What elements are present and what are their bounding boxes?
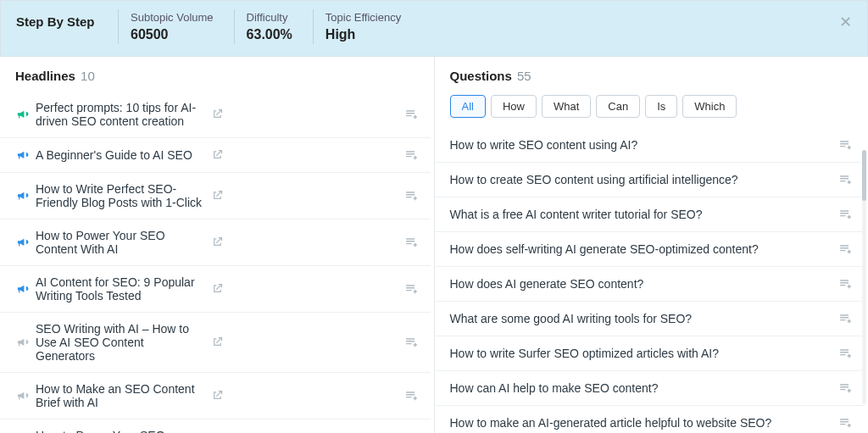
filter-can[interactable]: Can (596, 95, 640, 118)
external-link-icon[interactable] (211, 236, 224, 249)
headline-text: A Beginner's Guide to AI SEO (36, 148, 203, 162)
scrollbar-thumb[interactable] (862, 150, 866, 201)
question-text: How to make an AI-generated article help… (450, 416, 832, 430)
topic-title: Step By Step (16, 9, 118, 29)
headlines-list: Perfect prompts: 10 tips for AI-driven S… (0, 92, 434, 433)
question-text: How to write Surfer SEO optimized articl… (450, 347, 832, 360)
headline-row[interactable]: How to Write Perfect SEO-Friendly Blog P… (0, 173, 431, 219)
headline-text: SEO Writing with AI – How to Use AI SEO … (36, 322, 203, 363)
megaphone-icon (15, 108, 29, 121)
add-to-list-icon[interactable] (838, 137, 853, 153)
add-to-list-icon[interactable] (404, 235, 419, 250)
external-link-icon[interactable] (211, 282, 224, 296)
headline-row[interactable]: SEO Writing with AI – How to Use AI SEO … (0, 313, 431, 373)
megaphone-icon (15, 336, 29, 349)
megaphone-icon (15, 282, 29, 296)
stat-difficulty-label: Difficulty (247, 11, 292, 24)
headline-row[interactable]: How to Power Your SEO Content With AI (0, 219, 431, 266)
question-row[interactable]: What are some good AI writing tools for … (435, 302, 865, 336)
stat-efficiency: Topic Efficiency High (313, 9, 421, 44)
add-to-list-icon[interactable] (838, 172, 853, 187)
add-to-list-icon[interactable] (838, 380, 853, 396)
add-to-list-icon[interactable] (404, 188, 419, 203)
megaphone-icon (15, 389, 29, 402)
filter-is[interactable]: Is (645, 95, 677, 118)
add-to-list-icon[interactable] (838, 415, 853, 430)
add-to-list-icon[interactable] (404, 147, 419, 163)
filter-how[interactable]: How (491, 95, 537, 118)
headline-row[interactable]: Perfect prompts: 10 tips for AI-driven S… (0, 92, 431, 138)
add-to-list-icon[interactable] (838, 311, 853, 326)
topic-header: Step By Step Subtopic Volume 60500 Diffi… (0, 0, 868, 57)
add-to-list-icon[interactable] (404, 281, 419, 297)
question-row[interactable]: How does AI generate SEO content? (435, 267, 865, 302)
question-row[interactable]: How to write Surfer SEO optimized articl… (435, 336, 865, 371)
add-to-list-icon[interactable] (404, 335, 419, 350)
questions-title: Questions (450, 69, 512, 83)
headlines-header: Headlines 10 (0, 57, 434, 92)
scrollbar-track[interactable] (862, 150, 866, 404)
filter-what[interactable]: What (542, 95, 591, 118)
question-text: How to create SEO content using artifici… (450, 173, 832, 186)
external-link-icon[interactable] (211, 148, 224, 162)
stat-volume-value: 60500 (131, 27, 169, 42)
stat-volume: Subtopic Volume 60500 (118, 9, 234, 44)
add-to-list-icon[interactable] (838, 207, 853, 222)
filter-all[interactable]: All (450, 95, 486, 118)
headline-text: How to Power Your SEO Content With AI (36, 229, 203, 256)
headline-row[interactable]: AI Content for SEO: 9 Popular Writing To… (0, 266, 431, 313)
headlines-count: 10 (81, 69, 95, 83)
stat-difficulty: Difficulty 63.00% (234, 9, 313, 44)
question-text: What are some good AI writing tools for … (450, 312, 832, 325)
questions-count: 55 (517, 69, 531, 83)
question-row[interactable]: How does self-writing AI generate SEO-op… (435, 232, 865, 267)
stat-difficulty-value: 63.00% (247, 27, 292, 42)
headline-text: How to Power Your SEO Content With AI in… (36, 429, 203, 433)
add-to-list-icon[interactable] (838, 276, 853, 291)
external-link-icon[interactable] (211, 108, 224, 121)
external-link-icon[interactable] (211, 389, 224, 402)
questions-header: Questions 55 (435, 57, 869, 92)
question-row[interactable]: What is a free AI content writer tutoria… (435, 197, 865, 232)
external-link-icon[interactable] (211, 336, 224, 349)
add-to-list-icon[interactable] (838, 241, 853, 257)
headline-row[interactable]: How to Make an SEO Content Brief with AI (0, 373, 431, 419)
headline-row[interactable]: How to Power Your SEO Content With AI in… (0, 419, 431, 433)
external-link-icon[interactable] (211, 189, 224, 203)
filter-which[interactable]: Which (682, 95, 737, 118)
question-row[interactable]: How can AI help to make SEO content? (435, 371, 865, 406)
stat-efficiency-label: Topic Efficiency (326, 11, 401, 24)
megaphone-icon (15, 148, 29, 162)
headline-text: How to Make an SEO Content Brief with AI (36, 382, 203, 409)
megaphone-icon (15, 189, 29, 203)
stat-efficiency-value: High (326, 27, 356, 42)
add-to-list-icon[interactable] (404, 107, 419, 122)
question-filters: AllHowWhatCanIsWhich (435, 92, 869, 128)
headline-text: Perfect prompts: 10 tips for AI-driven S… (36, 101, 203, 128)
question-text: How does self-writing AI generate SEO-op… (450, 242, 832, 256)
question-text: How can AI help to make SEO content? (450, 381, 832, 395)
question-text: How to write SEO content using AI? (450, 138, 832, 152)
questions-column: Questions 55 AllHowWhatCanIsWhich How to… (435, 57, 869, 433)
question-row[interactable]: How to write SEO content using AI? (435, 128, 865, 163)
question-text: How does AI generate SEO content? (450, 277, 832, 291)
add-to-list-icon[interactable] (838, 346, 853, 361)
megaphone-icon (15, 236, 29, 249)
add-to-list-icon[interactable] (404, 388, 419, 403)
close-icon[interactable]: ✕ (839, 13, 852, 31)
question-text: What is a free AI content writer tutoria… (450, 208, 832, 221)
headline-text: AI Content for SEO: 9 Popular Writing To… (36, 275, 203, 303)
headlines-title: Headlines (15, 69, 75, 83)
headline-row[interactable]: A Beginner's Guide to AI SEO (0, 138, 431, 173)
headline-text: How to Write Perfect SEO-Friendly Blog P… (36, 182, 203, 209)
stat-volume-label: Subtopic Volume (131, 11, 214, 24)
question-row[interactable]: How to create SEO content using artifici… (435, 163, 865, 197)
headlines-column: Headlines 10 Perfect prompts: 10 tips fo… (0, 57, 435, 433)
questions-list: How to write SEO content using AI?How to… (435, 128, 869, 433)
question-row[interactable]: How to make an AI-generated article help… (435, 406, 865, 433)
